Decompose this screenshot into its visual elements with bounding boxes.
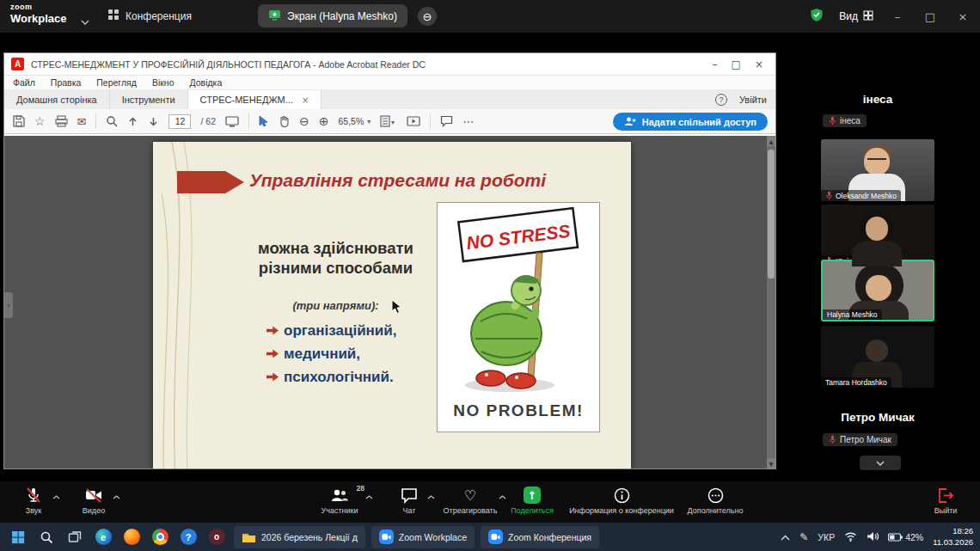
taskbar-search-button[interactable]	[35, 526, 58, 548]
print-icon[interactable]	[55, 115, 68, 127]
scroll-up-icon[interactable]: ▲	[767, 136, 775, 146]
maximize-window-button[interactable]: □	[922, 10, 939, 23]
scrollbar-thumb[interactable]	[768, 150, 775, 279]
close-window-button[interactable]: ×	[954, 10, 971, 23]
menu-edit[interactable]: Правка	[51, 77, 81, 88]
firefox-browser-icon[interactable]	[120, 526, 143, 548]
chevron-up-icon[interactable]	[365, 487, 373, 503]
edge-browser-icon[interactable]: e	[92, 526, 114, 548]
taskbar-zoom-workplace[interactable]: Zoom Workplace	[371, 526, 475, 548]
taskbar-clock[interactable]: 18:26 11.03.2026	[933, 526, 973, 548]
tray-expand-icon[interactable]	[781, 532, 790, 542]
acrobat-minimize-button[interactable]: –	[713, 58, 718, 70]
react-control[interactable]: ♡ Отреагировать	[436, 486, 505, 515]
screen-share-tab-label: Экран (Halyna Meshko)	[287, 10, 397, 22]
email-icon[interactable]: ✉	[77, 115, 87, 128]
tab-document[interactable]: СТРЕС-МЕНЕДЖМ... ×	[188, 90, 322, 109]
zoom-level-value: 65,5%	[338, 116, 364, 126]
encryption-shield-icon[interactable]	[810, 8, 824, 26]
participants-control[interactable]: 28 Участники	[308, 486, 371, 515]
wifi-icon[interactable]	[844, 531, 857, 543]
tab-document-label: СТРЕС-МЕНЕДЖМ...	[200, 95, 293, 105]
zoom-level-select[interactable]: 65,5% ▾	[338, 116, 371, 126]
nav-pane-toggle[interactable]: ‹	[4, 292, 13, 318]
presentation-mode-icon[interactable]	[407, 116, 420, 127]
windows-start-button[interactable]	[7, 526, 29, 548]
zoom-conference-label: Zoom Конференция	[508, 532, 591, 542]
tab-home[interactable]: Домашня сторінка	[4, 90, 110, 109]
tab-tools[interactable]: Інструменти	[110, 90, 188, 109]
next-page-icon[interactable]	[148, 116, 159, 127]
more-tools-icon[interactable]: ⋯	[462, 115, 474, 128]
sign-in-button[interactable]: Увійти	[739, 95, 767, 105]
view-button[interactable]: Вид	[839, 10, 873, 23]
share-screen-control[interactable]: ↑ Поделиться	[505, 486, 560, 515]
taskbar-zoom-conference[interactable]: Zoom Конференция	[481, 526, 599, 548]
help-app-icon[interactable]: ?	[177, 526, 199, 548]
speaker-icon[interactable]	[867, 531, 879, 543]
more-control[interactable]: Дополнительно	[681, 486, 750, 515]
video-thumbnail[interactable]: Oleksandr Meshko	[821, 139, 934, 201]
windows-taskbar: e ? o 2026 березень Лекції д Zoom Workpl…	[0, 523, 980, 551]
tab-home-label: Домашня сторінка	[16, 95, 97, 105]
participant-badge[interactable]: Петро Мичак	[823, 433, 897, 446]
page-view-mode-icon[interactable]: ▾	[380, 115, 397, 127]
chat-control[interactable]: Чат	[385, 486, 433, 515]
audio-control[interactable]: Звук	[9, 486, 58, 515]
menu-help[interactable]: Довідка	[189, 77, 222, 88]
taskbar-folder-item[interactable]: 2026 березень Лекції д	[234, 526, 365, 548]
task-view-button[interactable]	[64, 526, 86, 548]
acrobat-maximize-button[interactable]: □	[732, 58, 741, 70]
battery-indicator[interactable]: 42%	[888, 532, 923, 542]
share-options-button[interactable]: ⊖	[418, 7, 437, 26]
video-thumbnail-active-speaker[interactable]: Halyna Meshko	[821, 260, 934, 321]
page-number-input[interactable]	[168, 114, 191, 129]
acrobat-close-button[interactable]: ×	[755, 58, 763, 70]
screen-share-tab[interactable]: Экран (Halyna Meshko)	[258, 4, 407, 28]
hand-tool-icon[interactable]	[279, 115, 290, 127]
chrome-browser-icon[interactable]	[149, 526, 171, 548]
video-control[interactable]: Видео	[69, 486, 119, 515]
info-label: Информация о конференции	[563, 506, 680, 515]
info-icon	[614, 487, 630, 504]
slide-bullet-list: організаційний, медичний, психологічний.	[266, 319, 397, 389]
acrobat-share-button[interactable]: Надати спільний доступ	[613, 113, 768, 131]
participant-group-header: інеса	[775, 93, 980, 106]
chevron-up-icon[interactable]	[427, 487, 435, 503]
leave-control[interactable]: Выйти	[920, 486, 971, 515]
save-icon[interactable]	[13, 115, 25, 127]
muted-camera-icon	[84, 487, 103, 504]
menu-file[interactable]: Файл	[13, 77, 35, 88]
chevron-down-icon[interactable]	[81, 13, 89, 28]
search-icon[interactable]	[106, 115, 118, 127]
minimize-window-button[interactable]: –	[889, 10, 906, 23]
chevron-up-icon[interactable]	[113, 487, 120, 503]
menu-view[interactable]: Перегляд	[96, 77, 137, 88]
meeting-info-control[interactable]: Информация о конференции	[563, 486, 680, 515]
scroll-down-icon[interactable]: ▼	[767, 458, 775, 468]
menu-window[interactable]: Вікно	[152, 77, 175, 88]
pen-icon[interactable]: ✎	[799, 531, 808, 543]
acrobat-menu-bar: Файл Правка Перегляд Вікно Довідка	[4, 76, 775, 90]
page-display-icon[interactable]	[225, 116, 239, 127]
conference-tab[interactable]: Конференция	[107, 9, 192, 23]
participants-panel: інеса інеса Oleksandr Meshko Юлія Турпак…	[775, 33, 980, 481]
participant-badge[interactable]: інеса	[823, 114, 867, 127]
comment-icon[interactable]	[440, 115, 453, 127]
help-icon[interactable]: ?	[715, 94, 727, 106]
video-thumbnail[interactable]: Tamara Hordashko	[821, 326, 934, 388]
star-icon[interactable]: ☆	[34, 114, 46, 128]
tab-close-icon[interactable]: ×	[302, 95, 309, 105]
previous-page-icon[interactable]	[127, 116, 138, 127]
vertical-scrollbar[interactable]: ▲ ▼	[767, 136, 775, 468]
app-icon[interactable]: o	[205, 526, 228, 548]
zoom-out-icon[interactable]: ⊖	[299, 114, 309, 128]
collapse-panel-button[interactable]	[860, 456, 901, 470]
video-thumbnail[interactable]: Юлія Турпакова	[821, 205, 934, 266]
acrobat-title-bar: A СТРЕС-МЕНЕДЖМЕНТ У ПРОФЕСІЙНІЙ ДІЯЛЬНО…	[4, 53, 775, 76]
select-tool-icon[interactable]	[259, 115, 269, 127]
zoom-logo-text: zoom	[10, 3, 67, 11]
chevron-up-icon[interactable]	[52, 487, 60, 503]
zoom-in-icon[interactable]: ⊕	[319, 114, 329, 128]
language-indicator[interactable]: УКР	[818, 532, 835, 542]
